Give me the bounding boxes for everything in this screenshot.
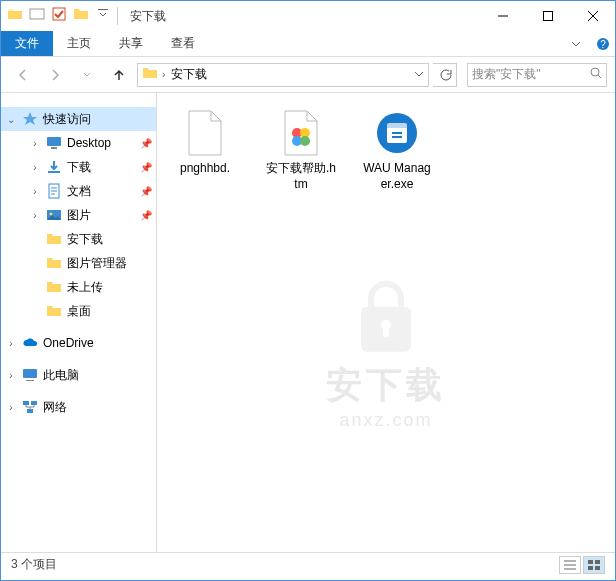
nav-desktop[interactable]: ›Desktop📌	[1, 131, 156, 155]
nav-label: 下载	[67, 159, 91, 176]
navigation-pane: ⌄ 快速访问 ›Desktop📌 ›下载📌 ›文档📌 ›图片📌 安下载 图片管理…	[1, 93, 157, 552]
back-button[interactable]	[9, 62, 37, 88]
details-view-button[interactable]	[559, 556, 581, 574]
chevron-right-icon[interactable]: ›	[29, 138, 41, 149]
ribbon: 文件 主页 共享 查看 ?	[1, 31, 615, 57]
nav-documents[interactable]: ›文档📌	[1, 179, 156, 203]
titlebar: 安下载	[1, 1, 615, 31]
breadcrumb[interactable]: 安下载	[169, 66, 209, 83]
svg-rect-1	[53, 8, 65, 20]
svg-rect-9	[48, 171, 60, 173]
maximize-button[interactable]	[525, 1, 570, 31]
folder-icon	[45, 254, 63, 272]
svg-rect-28	[392, 132, 402, 134]
pc-icon	[21, 366, 39, 384]
svg-rect-8	[51, 147, 57, 149]
svg-point-19	[381, 319, 391, 329]
search-placeholder: 搜索"安下载"	[472, 66, 586, 83]
svg-rect-31	[595, 560, 600, 564]
watermark-text: 安下载	[326, 360, 446, 409]
nav-folder-desktop2[interactable]: 桌面	[1, 299, 156, 323]
folder-icon	[45, 302, 63, 320]
svg-rect-17	[27, 409, 33, 413]
nav-onedrive[interactable]: ›OneDrive	[1, 331, 156, 355]
tab-home[interactable]: 主页	[53, 31, 105, 56]
window-title: 安下载	[130, 8, 166, 25]
nav-label: 未上传	[67, 279, 103, 296]
chevron-right-icon[interactable]: ›	[5, 338, 17, 349]
network-icon	[21, 398, 39, 416]
navbar: › 安下载 搜索"安下载"	[1, 57, 615, 93]
htm-file-icon	[277, 109, 325, 157]
ribbon-expand-button[interactable]	[561, 31, 591, 56]
nav-downloads[interactable]: ›下载📌	[1, 155, 156, 179]
pin-icon: 📌	[140, 186, 152, 197]
svg-rect-0	[30, 9, 44, 19]
watermark: 安下载 anxz.com	[326, 276, 446, 430]
recent-dropdown[interactable]	[73, 62, 101, 88]
nav-folder-picmgr[interactable]: 图片管理器	[1, 251, 156, 275]
search-input[interactable]: 搜索"安下载"	[467, 63, 607, 87]
address-bar[interactable]: › 安下载	[137, 63, 429, 87]
blank-file-icon	[181, 109, 229, 157]
nav-label: 图片管理器	[67, 255, 127, 272]
chevron-right-icon[interactable]: ›	[29, 162, 41, 173]
nav-pictures[interactable]: ›图片📌	[1, 203, 156, 227]
up-button[interactable]	[105, 62, 133, 88]
svg-rect-30	[588, 560, 593, 564]
nav-folder-anxz[interactable]: 安下载	[1, 227, 156, 251]
nav-label: Desktop	[67, 136, 111, 150]
chevron-down-icon[interactable]: ⌄	[5, 114, 17, 125]
nav-label: 此电脑	[43, 367, 79, 384]
documents-icon	[45, 182, 63, 200]
nav-quick-access[interactable]: ⌄ 快速访问	[1, 107, 156, 131]
svg-rect-15	[23, 401, 29, 405]
folder-icon	[7, 6, 23, 26]
desktop-icon	[45, 134, 63, 152]
svg-point-24	[300, 136, 310, 146]
file-item[interactable]: pnghhbd.	[165, 105, 245, 181]
svg-rect-13	[23, 369, 37, 378]
nav-network[interactable]: ›网络	[1, 395, 156, 419]
tab-file[interactable]: 文件	[1, 31, 53, 56]
folder-icon-2	[73, 6, 89, 26]
checkbox-icon[interactable]	[51, 6, 67, 26]
chevron-right-icon[interactable]: ›	[162, 69, 165, 80]
chevron-right-icon[interactable]: ›	[5, 370, 17, 381]
folder-icon	[45, 230, 63, 248]
nav-label: 网络	[43, 399, 67, 416]
nav-label: 快速访问	[43, 111, 91, 128]
chevron-right-icon[interactable]: ›	[29, 210, 41, 221]
folder-icon	[142, 65, 158, 84]
refresh-button[interactable]	[433, 63, 457, 87]
file-list[interactable]: 安下载 anxz.com pnghhbd. 安下载帮助.htm WAU Mana…	[157, 93, 615, 552]
svg-rect-18	[361, 306, 411, 351]
onedrive-icon	[21, 334, 39, 352]
svg-rect-14	[26, 380, 34, 381]
nav-this-pc[interactable]: ›此电脑	[1, 363, 156, 387]
file-item[interactable]: 安下载帮助.htm	[261, 105, 341, 196]
chevron-right-icon[interactable]: ›	[29, 186, 41, 197]
downloads-icon	[45, 158, 63, 176]
chevron-right-icon[interactable]: ›	[5, 402, 17, 413]
icons-view-button[interactable]	[583, 556, 605, 574]
help-button[interactable]: ?	[591, 31, 615, 56]
svg-point-6	[591, 68, 599, 76]
pin-icon: 📌	[140, 138, 152, 149]
address-dropdown-icon[interactable]	[414, 68, 424, 82]
qat-dropdown-icon[interactable]	[95, 6, 111, 26]
exe-file-icon	[373, 109, 421, 157]
window-controls	[480, 1, 615, 31]
svg-rect-33	[595, 566, 600, 570]
nav-label: 安下载	[67, 231, 103, 248]
nav-folder-notuploaded[interactable]: 未上传	[1, 275, 156, 299]
minimize-button[interactable]	[480, 1, 525, 31]
tab-view[interactable]: 查看	[157, 31, 209, 56]
forward-button[interactable]	[41, 62, 69, 88]
tab-share[interactable]: 共享	[105, 31, 157, 56]
file-item[interactable]: WAU Manager.exe	[357, 105, 437, 196]
nav-label: 文档	[67, 183, 91, 200]
pin-icon: 📌	[140, 162, 152, 173]
statusbar: 3 个项目	[1, 552, 615, 576]
close-button[interactable]	[570, 1, 615, 31]
